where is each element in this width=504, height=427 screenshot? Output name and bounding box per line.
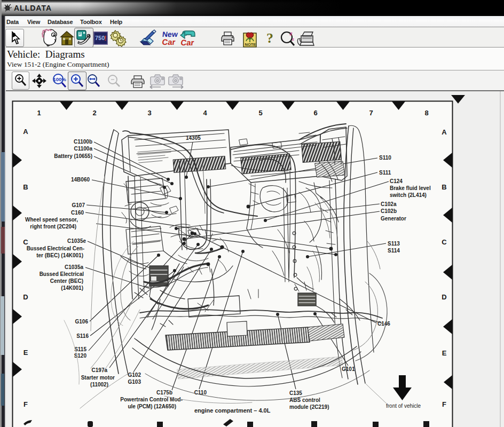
svg-text:Bussed Electrical Cen-: Bussed Electrical Cen- — [27, 246, 84, 251]
svg-text:A: A — [23, 128, 28, 136]
svg-text:Center (BEC): Center (BEC) — [50, 278, 83, 284]
svg-text:E: E — [23, 349, 28, 357]
svg-text:Powertrain Control Mod-: Powertrain Control Mod- — [120, 397, 183, 402]
svg-text:!: ! — [104, 34, 106, 42]
svg-text:C1035a: C1035a — [65, 264, 83, 270]
svg-text:S110: S110 — [379, 155, 391, 161]
svg-text:ter (BEC) (14K001): ter (BEC) (14K001) — [36, 252, 83, 258]
svg-text:7: 7 — [369, 109, 373, 117]
svg-text:C160: C160 — [71, 210, 84, 216]
svg-text:5: 5 — [258, 109, 262, 117]
svg-text:B: B — [23, 183, 28, 191]
svg-text:C1100b: C1100b — [74, 139, 92, 145]
svg-text:G101: G101 — [342, 366, 355, 372]
svg-text:C175b: C175b — [156, 390, 172, 396]
svg-text:switch (2L414): switch (2L414) — [390, 192, 427, 198]
svg-text:C102a: C102a — [381, 201, 397, 207]
svg-text:C146: C146 — [377, 321, 390, 327]
svg-text:engine compartment – 4.0L: engine compartment – 4.0L — [194, 407, 271, 414]
svg-text:S120: S120 — [74, 353, 87, 359]
svg-text:B: B — [442, 183, 446, 191]
svg-text:C: C — [23, 238, 28, 246]
svg-text:G106: G106 — [75, 319, 89, 325]
svg-text:C102b: C102b — [381, 208, 397, 214]
svg-text:A: A — [442, 128, 447, 136]
svg-text:F: F — [442, 400, 446, 408]
svg-text:D: D — [442, 293, 446, 301]
svg-text:S111: S111 — [379, 170, 391, 176]
svg-text:module (2C219): module (2C219) — [289, 404, 329, 410]
svg-text:C1035e: C1035e — [67, 238, 86, 244]
svg-text:Generator: Generator — [381, 216, 406, 222]
svg-text:C197a: C197a — [92, 367, 108, 373]
svg-text:right front (2C204): right front (2C204) — [30, 224, 76, 230]
svg-text:Brake fluid level: Brake fluid level — [390, 185, 431, 191]
svg-text:front of vehicle: front of vehicle — [386, 403, 421, 409]
svg-text:Starter motor: Starter motor — [81, 375, 115, 381]
svg-text:C: C — [442, 238, 447, 246]
svg-text:8: 8 — [424, 109, 428, 117]
svg-text:F: F — [23, 400, 28, 408]
svg-text:Bussed Electrical: Bussed Electrical — [40, 271, 84, 277]
svg-text:Car: Car — [162, 37, 176, 46]
svg-text:S116: S116 — [76, 333, 89, 339]
svg-text:ule (PCM) (12A650): ule (PCM) (12A650) — [128, 404, 176, 409]
svg-text:Battery (10655): Battery (10655) — [54, 153, 92, 159]
svg-text:C124: C124 — [390, 178, 403, 184]
svg-text:S114: S114 — [388, 248, 400, 254]
svg-text:G102: G102 — [128, 372, 141, 378]
svg-text:3: 3 — [147, 109, 151, 117]
svg-text:Wheel speed sensor,: Wheel speed sensor, — [25, 217, 78, 223]
svg-text:S113: S113 — [388, 241, 400, 247]
svg-text:G107: G107 — [72, 202, 85, 208]
svg-text:(11002): (11002) — [90, 382, 108, 388]
svg-text:2: 2 — [92, 109, 96, 117]
svg-text:NOTE: NOTE — [245, 42, 256, 47]
svg-text:4: 4 — [203, 109, 207, 117]
svg-text:1: 1 — [37, 109, 41, 117]
svg-text:?: ? — [266, 30, 273, 46]
svg-text:z: z — [292, 37, 294, 42]
svg-text:S115: S115 — [74, 346, 86, 352]
svg-text:Car: Car — [180, 38, 195, 47]
svg-text:100%: 100% — [53, 76, 67, 82]
svg-text:C1100a: C1100a — [74, 146, 93, 152]
svg-text:(14K001): (14K001) — [61, 285, 83, 291]
svg-text:6: 6 — [313, 109, 317, 117]
svg-text:z: z — [289, 30, 293, 37]
svg-text:G103: G103 — [128, 379, 141, 385]
svg-text:E: E — [442, 349, 447, 357]
svg-text:750: 750 — [95, 35, 105, 41]
svg-text:D: D — [23, 293, 28, 301]
svg-text:C135: C135 — [289, 390, 302, 396]
svg-text:14B060: 14B060 — [71, 177, 90, 183]
